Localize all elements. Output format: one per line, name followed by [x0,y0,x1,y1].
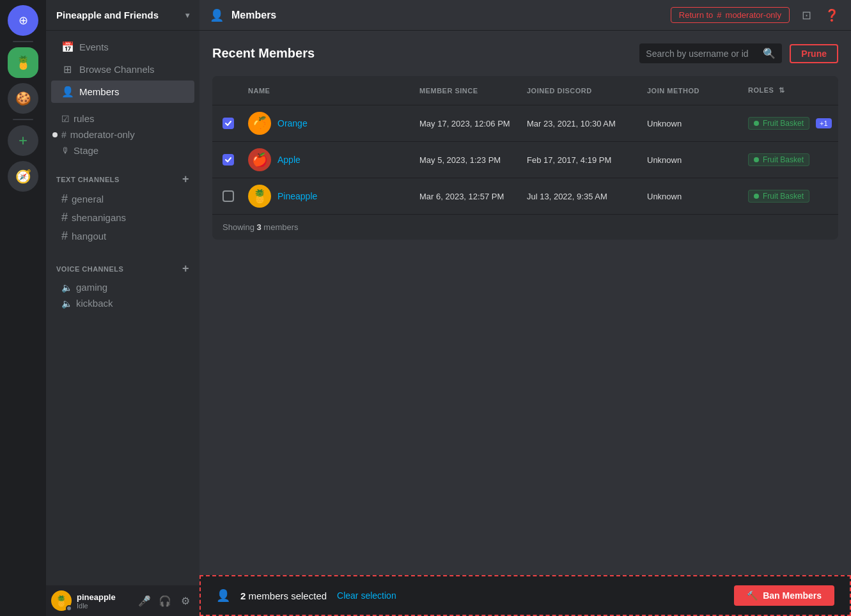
member-since-apple: May 5, 2023, 1:23 PM [419,155,522,165]
roles-column-header: Roles ⇅ [748,86,838,95]
channel-name: Stage [74,145,98,156]
member-checkbox-apple[interactable] [223,154,234,166]
sidebar-header-title: Pineapple and Friends [56,10,159,20]
server-cookie[interactable]: 🍪 [8,83,38,114]
member-avatar-pineapple: 🍍 [248,185,271,208]
members-icon: 👤 [61,86,73,98]
table-row[interactable]: 🍎 Apple May 5, 2023, 1:23 PM Feb 17, 201… [212,142,838,178]
table-row[interactable]: 🍊 Orange May 17, 2023, 12:06 PM Mar 23, … [212,105,838,142]
ban-members-button[interactable]: 🔨 Ban Members [734,585,834,606]
channel-item-general[interactable]: # general [51,190,194,208]
channel-item-shenanigans[interactable]: # shenanigans [51,208,194,227]
return-channel-name: moderator-only [726,10,781,20]
role-badge-fruit-basket: Fruit Basket [748,153,809,166]
sidebar-item-members[interactable]: 👤 Members [51,81,194,103]
role-dot [754,121,759,126]
microphone-btn[interactable]: 🎤 [136,592,153,610]
member-name-pineapple: Pineapple [277,191,317,201]
join-method-pineapple: Unknown [647,192,743,201]
extra-roles-badge: +1 [816,118,832,128]
main-header: 👤 Members Return to # moderator-only ⊡ ❓ [199,0,851,31]
channel-item-kickback[interactable]: 🔈 kickback [51,295,194,311]
member-avatar-apple: 🍎 [248,148,271,171]
search-wrapper[interactable]: 🔍 [639,43,782,63]
unread-dot [52,132,58,137]
main-content: 👤 Members Return to # moderator-only ⊡ ❓… [199,0,851,616]
sidebar-item-events[interactable]: 📅 Events [51,36,194,58]
add-voice-channel-btn[interactable]: + [177,261,194,277]
channel-name: kickback [76,298,113,309]
text-channels-label: TEXT CHANNELS [56,176,120,183]
channel-item-rules[interactable]: ☑ rules [51,111,194,127]
server-divider2 [13,119,33,120]
hash-icon-header: # [717,10,721,20]
add-text-channel-btn[interactable]: + [177,171,194,187]
return-to-channel-btn[interactable]: Return to # moderator-only [671,7,790,23]
avatar[interactable]: 🍍 [51,590,72,611]
user-status-text: Idle [77,602,130,610]
hash-icon: ☑ [61,114,70,124]
help-btn[interactable]: ❓ [823,6,841,24]
member-checkbox-pineapple[interactable] [223,190,234,202]
text-channels-section: TEXT CHANNELS + # general # shenanigans … [46,158,199,248]
speaker-icon: 🔈 [61,298,72,309]
stage-icon: 🎙 [61,146,70,155]
channel-item-gaming[interactable]: 🔈 gaming [51,279,194,295]
role-badge-fruit-basket: Fruit Basket [748,117,809,130]
roles-cell-orange: Fruit Basket +1 [748,117,838,130]
table-row[interactable]: 🍍 Pineapple Mar 6, 2023, 12:57 PM Jul 13… [212,178,838,215]
join-method-apple: Unknown [647,155,743,165]
settings-btn[interactable]: ⚙ [176,592,194,610]
voice-channels-label: VOICE CHANNELS [56,265,123,273]
prune-button[interactable]: Prune [790,44,838,63]
voice-channels-section: VOICE CHANNELS + 🔈 gaming 🔈 kickback [46,248,199,314]
channel-name: general [72,194,104,204]
explore-servers-icon[interactable]: 🧭 [8,161,38,192]
members-top-bar: Recent Members 🔍 Prune [212,43,838,63]
selected-count: 2 [240,590,246,601]
voice-channels-header[interactable]: VOICE CHANNELS + [46,258,199,279]
discord-home-icon[interactable]: ⊕ [8,5,38,36]
server-pineapple[interactable]: 🍍 [8,47,38,78]
table-header: Name Member Since Joined Discord Join Me… [212,76,838,105]
join-method-orange: Unknown [647,119,743,128]
hash-icon: # [61,192,68,206]
sidebar-item-label: Members [79,86,120,97]
search-input[interactable] [646,49,758,59]
hash-icon: # [61,229,68,243]
sidebar-nav: 📅 Events ⊞ Browse Channels 👤 Members [46,31,199,108]
member-name-orange: Orange [277,118,308,128]
banner-members-icon: 👤 [216,589,230,603]
joined-discord-apple: Feb 17, 2017, 4:19 PM [527,155,642,165]
user-status-indicator [66,605,72,612]
member-checkbox-orange[interactable] [223,118,234,129]
members-content: Recent Members 🔍 Prune Name Member Since… [199,31,851,616]
members-table: Name Member Since Joined Discord Join Me… [212,76,838,240]
sidebar-item-label: Events [79,42,109,52]
add-server-icon[interactable]: + [8,125,38,156]
joined-discord-orange: Mar 23, 2021, 10:30 AM [527,119,642,128]
channel-item-stage[interactable]: 🎙 Stage [51,142,194,158]
sidebar-item-label: Browse Channels [79,64,155,75]
banner-selected-text: 2 members selected [240,590,327,601]
sidebar-header[interactable]: Pineapple and Friends ▾ [46,0,199,31]
text-channels-header[interactable]: TEXT CHANNELS + [46,169,199,190]
clear-selection-btn[interactable]: Clear selection [337,590,396,601]
footer-actions: 🎤 🎧 ⚙ [136,592,194,610]
speaker-icon: 🔈 [61,282,72,293]
role-badge-fruit-basket: Fruit Basket [748,190,809,203]
channel-item-moderator-only[interactable]: # moderator-only [51,127,194,142]
headphone-btn[interactable]: 🎧 [156,592,174,610]
member-since-orange: May 17, 2023, 12:06 PM [419,119,522,128]
layout-toggle-btn[interactable]: ⊡ [797,6,815,24]
page-title: Members [231,10,276,21]
channel-name: rules [74,113,95,124]
member-name-apple: Apple [277,155,301,165]
user-name: pineapple [77,592,130,602]
sidebar-item-browse-channels[interactable]: ⊞ Browse Channels [51,58,194,81]
member-since-pineapple: Mar 6, 2023, 12:57 PM [419,192,522,201]
channel-name: hangout [72,231,106,242]
showing-members-count: Showing 3 members [212,215,838,240]
sort-icon[interactable]: ⇅ [779,86,785,94]
channel-item-hangout[interactable]: # hangout [51,227,194,245]
